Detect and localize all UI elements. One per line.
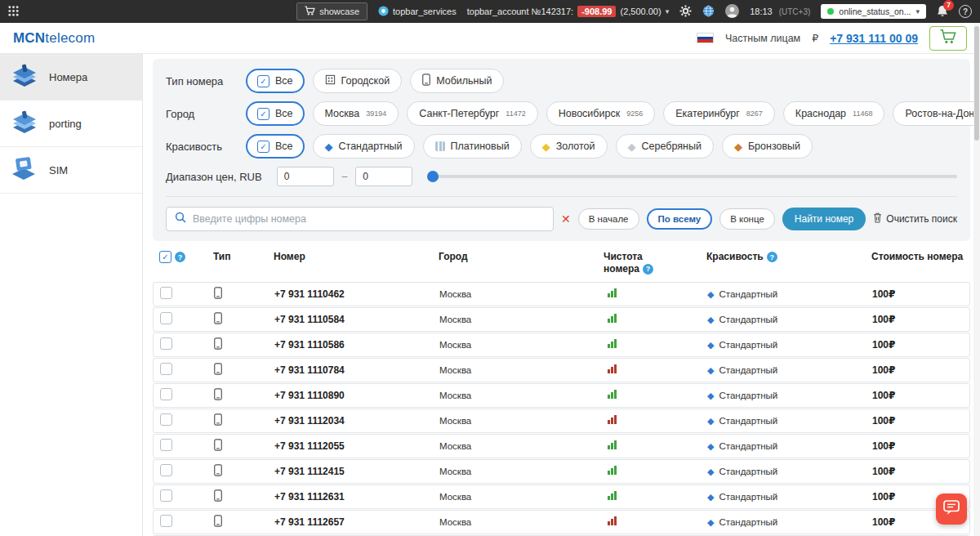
- building-icon: [325, 74, 336, 87]
- scrollbar-thumb[interactable]: [974, 26, 979, 141]
- row-checkbox[interactable]: [160, 388, 172, 400]
- russia-flag-icon[interactable]: [697, 33, 714, 43]
- price-slider-handle[interactable]: [427, 171, 439, 182]
- account-balance: -908.99: [577, 6, 616, 17]
- city-name: Екатеринбург: [675, 108, 740, 119]
- phone-number[interactable]: +7 931 1112657: [271, 516, 439, 528]
- phone-number[interactable]: +7 931 1110784: [271, 364, 439, 376]
- gear-icon[interactable]: [679, 5, 692, 19]
- city-filter-pill[interactable]: Краснодар11468: [783, 101, 885, 126]
- search-position-option[interactable]: В конце: [719, 208, 775, 230]
- row-checkbox[interactable]: [160, 515, 172, 527]
- beauty-filter-pill[interactable]: ◆ Золотой: [530, 134, 608, 159]
- search-position-option[interactable]: По всему: [647, 208, 713, 230]
- logo-bold: MCN: [13, 30, 45, 46]
- price-to-input[interactable]: [355, 167, 412, 186]
- city-all-toggle[interactable]: ✓ Все: [246, 101, 305, 126]
- mcn-telecom-logo[interactable]: MCNtelecom: [13, 30, 95, 47]
- purity-icon: [608, 466, 617, 475]
- search-position-option[interactable]: В начале: [578, 208, 639, 230]
- row-checkbox[interactable]: [160, 413, 172, 426]
- find-number-button[interactable]: Найти номер: [782, 208, 866, 230]
- diamond-icon: ◆: [707, 493, 714, 502]
- purity-icon: [608, 390, 617, 399]
- row-city: Москва: [439, 340, 603, 350]
- row-checkbox[interactable]: [160, 312, 172, 324]
- status-label: online_status_on...: [839, 7, 911, 16]
- select-all-checkbox[interactable]: ✓: [159, 251, 172, 263]
- mobile-phone-icon: [214, 489, 222, 504]
- beauty-filter-pill[interactable]: Платиновый: [423, 134, 522, 159]
- city-filter-pill[interactable]: Екатеринбург8267: [663, 101, 775, 126]
- header: MCNtelecom Частным лицам ₽ +7 931 111 00…: [0, 23, 980, 54]
- sidebar-item-porting[interactable]: porting: [0, 100, 142, 147]
- row-checkbox[interactable]: [160, 337, 172, 350]
- phone-number[interactable]: +7 931 1110890: [271, 390, 439, 401]
- sidebar-item-numbers[interactable]: Номера: [0, 54, 142, 100]
- question-icon[interactable]: ?: [175, 252, 185, 262]
- row-checkbox[interactable]: [160, 287, 172, 299]
- row-city: Москва: [439, 416, 603, 426]
- city-filter-pill[interactable]: Москва39194: [313, 101, 399, 126]
- phone-number[interactable]: +7 931 1110586: [271, 339, 439, 351]
- beauty-filter-pill[interactable]: ◆ Стандартный: [313, 134, 415, 159]
- row-city: Москва: [439, 467, 603, 476]
- col-header-purity: Чистота номера?: [602, 251, 706, 275]
- currency-selector[interactable]: ₽: [812, 32, 818, 44]
- sidebar-item-sim[interactable]: SIM: [0, 147, 142, 194]
- clear-search-button[interactable]: Очистить поиск: [873, 212, 957, 226]
- screen: showcase topbar_services topbar_account …: [0, 0, 980, 536]
- col-header-type: Тип: [192, 251, 270, 262]
- table-row: +7 931 1110462 Москва ◆ Стандартный 100₽: [153, 282, 970, 306]
- online-status-select[interactable]: online_status_on... ▾: [821, 4, 926, 19]
- number-rows: +7 931 1110462 Москва ◆ Стандартный 100₽…: [153, 282, 970, 536]
- price-slider-track: [427, 175, 957, 178]
- price-range-label: Диапазон цен, RUB: [166, 171, 262, 183]
- clear-input-icon[interactable]: ✕: [561, 212, 571, 226]
- row-price: 100₽: [872, 466, 969, 477]
- phone-number[interactable]: +7 931 1112631: [271, 491, 439, 502]
- phone-number[interactable]: +7 931 1112034: [271, 415, 439, 427]
- notifications-bell[interactable]: 7: [937, 5, 948, 19]
- beauty-icon: ◆: [734, 141, 742, 152]
- audience-selector[interactable]: Частным лицам: [725, 33, 800, 44]
- phone-number[interactable]: +7 931 1112055: [271, 440, 439, 452]
- phone-number[interactable]: +7 931 1110584: [271, 314, 439, 325]
- all-label: Все: [275, 75, 293, 87]
- beauty-filter-pill[interactable]: ◆ Серебряный: [616, 134, 714, 159]
- city-name: Ростов-на-Дону: [905, 108, 979, 119]
- phone-number[interactable]: +7 931 1110462: [271, 288, 439, 300]
- topbar-services[interactable]: topbar_services: [378, 6, 457, 18]
- city-filter-pill[interactable]: Новосибирск9256: [546, 101, 656, 126]
- cart-button[interactable]: [929, 26, 967, 51]
- beauty-filter-pill[interactable]: ◆ Бронзовый: [722, 134, 813, 159]
- beauty-icon: ◆: [325, 141, 333, 152]
- table-row: +7 931 1112657 Москва ◆ Стандартный 100₽: [153, 510, 970, 534]
- question-icon[interactable]: ?: [767, 252, 777, 262]
- topbar-showcase[interactable]: showcase: [296, 2, 368, 20]
- type-city-toggle[interactable]: Городской: [313, 69, 403, 93]
- type-all-toggle[interactable]: ✓ Все: [246, 69, 305, 93]
- apps-grid-icon[interactable]: [8, 6, 19, 18]
- contact-phone-link[interactable]: +7 931 111 00 09: [830, 32, 918, 45]
- city-filter-pill[interactable]: Ростов-на-Дону9450: [893, 101, 980, 126]
- globe-icon[interactable]: [702, 5, 715, 19]
- question-icon[interactable]: ?: [643, 264, 653, 275]
- chat-widget-button[interactable]: [936, 494, 967, 525]
- row-checkbox[interactable]: [160, 489, 172, 502]
- row-checkbox[interactable]: [160, 464, 172, 476]
- price-from-input[interactable]: [277, 167, 334, 186]
- help-icon[interactable]: ?: [959, 5, 972, 18]
- search-input[interactable]: [193, 213, 545, 225]
- row-price: 100₽: [872, 339, 969, 351]
- table-row: +7 931 1110890 Москва ◆ Стандартный 100₽: [153, 383, 970, 408]
- phone-number[interactable]: +7 931 1112415: [271, 466, 439, 477]
- city-filter-pill[interactable]: Санкт-Петербург11472: [407, 101, 537, 126]
- avatar[interactable]: [725, 4, 739, 20]
- beauty-all-toggle[interactable]: ✓ Все: [246, 134, 305, 159]
- type-mobile-toggle[interactable]: Мобильный: [410, 69, 504, 93]
- row-checkbox[interactable]: [160, 363, 172, 375]
- row-city: Москва: [439, 391, 603, 400]
- topbar-account[interactable]: topbar_account №142317: -908.99 (2,500.0…: [467, 6, 669, 17]
- row-checkbox[interactable]: [160, 439, 172, 451]
